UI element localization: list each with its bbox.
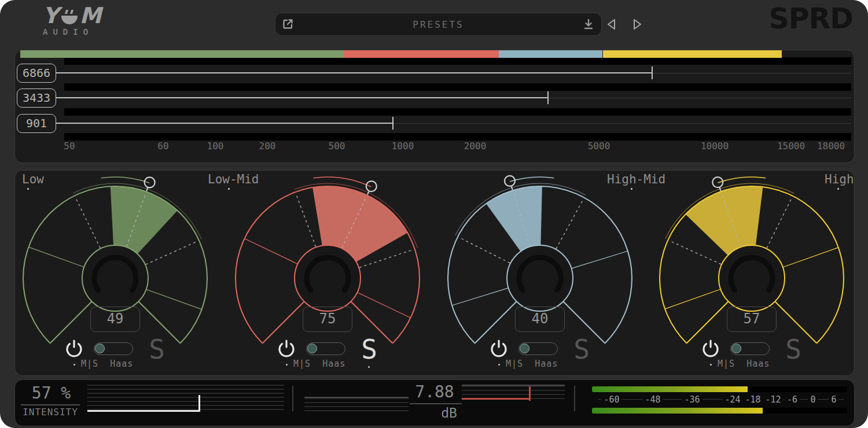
ms-haas-toggle-low-mid[interactable]	[306, 342, 345, 355]
band-indicator-dot-high	[837, 188, 839, 190]
power-state-dot-high-mid	[498, 364, 500, 366]
axis-tick-label: 100	[207, 141, 224, 152]
ms-haas-label-high: M|S Haas	[718, 359, 770, 369]
intensity-label: INTENSITY	[21, 407, 80, 418]
preset-name-display[interactable]: PRESETS	[301, 19, 576, 30]
gain-slider-level	[462, 398, 529, 400]
solo-button-high[interactable]: S	[782, 336, 805, 363]
solo-button-high-mid[interactable]: S	[570, 336, 593, 363]
spectrum-panel: 6866343390150601002005001000200050001000…	[14, 50, 855, 163]
crossover-line-mid[interactable]	[56, 97, 548, 98]
gain-slider[interactable]	[462, 385, 565, 400]
mix-slider[interactable]	[304, 397, 409, 412]
spread-value-low-mid[interactable]: 75	[303, 307, 352, 332]
band-indicator-dot-high-mid	[631, 188, 632, 190]
spread-handle[interactable]	[712, 177, 723, 187]
ms-haas-label-high-mid: M|S Haas	[506, 359, 558, 369]
ms-haas-label-low: M|S Haas	[81, 359, 133, 369]
axis-tick-label: 500	[329, 141, 345, 152]
solo-button-low-mid[interactable]: S	[358, 336, 381, 363]
spread-handle[interactable]	[505, 176, 515, 186]
bowl-icon	[60, 8, 79, 25]
divider	[410, 403, 462, 404]
divider	[292, 386, 293, 411]
crossover-line-low[interactable]	[56, 123, 393, 124]
crossover-handle-low[interactable]	[392, 117, 393, 130]
intensity-slider[interactable]	[87, 385, 284, 412]
previous-preset-button[interactable]	[603, 16, 620, 32]
axis-tick-label: 18000	[817, 141, 845, 152]
spread-value-low[interactable]: 49	[90, 307, 140, 332]
meter-scale-label: -18	[742, 394, 763, 405]
intensity-slider-level	[87, 410, 200, 412]
band-label-low-mid: Low-Mid	[208, 172, 259, 186]
crossover-frequency-low[interactable]: 901	[17, 114, 56, 133]
axis-tick-label: 1000	[392, 141, 414, 152]
crossover-frequency-mid[interactable]: 3433	[17, 88, 56, 108]
band-label-low: Low	[22, 172, 44, 186]
power-state-dot-high	[710, 364, 712, 366]
intensity-value[interactable]: 57 %	[24, 383, 79, 403]
frequency-band-fill-low-mid	[344, 50, 499, 58]
preset-bar[interactable]: PRESETS	[275, 13, 602, 36]
frequency-band-track-high-mid	[64, 83, 851, 91]
axis-tick-label: 2000	[464, 141, 487, 152]
power-state-dot-low	[73, 364, 75, 366]
meter-scale-label: 6	[829, 394, 838, 405]
meter-scale-label: -60	[601, 394, 621, 405]
power-button-high[interactable]	[701, 340, 720, 359]
band-indicator-dot-low-mid	[228, 188, 230, 190]
gain-value[interactable]: 7.88	[400, 382, 469, 401]
solo-button-low[interactable]: S	[145, 336, 168, 363]
sprd-logo: SPRD	[768, 2, 853, 35]
toggle-thumb	[95, 344, 105, 353]
share-icon[interactable]	[275, 18, 301, 31]
brand-letter-y: Y	[43, 6, 59, 25]
axis-tick-label: 5000	[588, 141, 610, 152]
band-label-high-mid: High-Mid	[607, 172, 665, 186]
meter-scale-label: -36	[682, 394, 702, 405]
plugin-window: Y M AUDIO PRESETS SPRD 68	[0, 0, 868, 428]
brand-subtitle: AUDIO	[43, 27, 101, 36]
spread-wedge	[111, 186, 178, 254]
intensity-slider-handle[interactable]	[198, 395, 200, 412]
next-preset-button[interactable]	[628, 16, 646, 32]
meter-fill-left	[592, 386, 748, 392]
band-label-high: High	[825, 172, 854, 186]
meter-scale-line	[598, 399, 844, 400]
toggle-thumb	[731, 344, 741, 353]
frequency-band-track-low	[64, 133, 851, 141]
meter-scale-label: -48	[642, 394, 663, 405]
crossover-line-high[interactable]	[56, 72, 652, 73]
meter-scale-label: -6	[785, 394, 800, 405]
download-icon[interactable]	[576, 18, 601, 31]
power-button-low-mid[interactable]	[277, 340, 296, 359]
footer-bar: 57 % INTENSITY 7.88 dB -60-48-36-24-18-1…	[14, 379, 855, 426]
meter-scale-label: 0	[808, 394, 818, 405]
meter-fill-right	[592, 408, 763, 414]
axis-tick-label: 15000	[777, 141, 805, 152]
ms-haas-toggle-high[interactable]	[730, 342, 770, 355]
axis-tick-label: 60	[157, 141, 168, 152]
crossover-handle-mid[interactable]	[547, 91, 549, 104]
spread-value-high-mid[interactable]: 40	[515, 307, 565, 332]
toggle-thumb	[520, 344, 529, 353]
ms-haas-toggle-high-mid[interactable]	[518, 342, 558, 355]
spread-value-high[interactable]: 57	[727, 307, 777, 332]
crossover-handle-high[interactable]	[652, 67, 653, 79]
frequency-band-fill-high-mid	[499, 50, 602, 58]
crossover-line-faint-mid	[548, 98, 851, 98]
spread-handle[interactable]	[145, 177, 155, 187]
toggle-thumb	[307, 344, 317, 353]
output-meter: -60-48-36-24-18-12-606	[592, 380, 847, 417]
spread-handle[interactable]	[366, 181, 377, 191]
power-button-high-mid[interactable]	[489, 340, 509, 359]
ms-haas-label-low-mid: M|S Haas	[293, 359, 345, 369]
solo-state-dot-low-mid	[368, 366, 370, 368]
power-button-low[interactable]	[64, 340, 84, 359]
gain-slider-handle[interactable]	[529, 386, 531, 401]
ms-haas-toggle-low[interactable]	[94, 342, 133, 355]
divider	[574, 386, 575, 411]
crossover-frequency-high[interactable]: 6866	[17, 64, 56, 83]
band-indicator-dot-low	[27, 188, 29, 190]
